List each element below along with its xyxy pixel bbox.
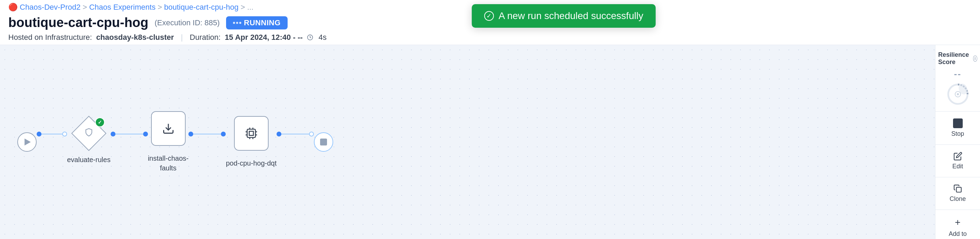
toast-message: A new run scheduled successfully <box>498 10 643 21</box>
pod-cpu-hog-node[interactable] <box>234 116 269 151</box>
evaluate-rules-label: evaluate-rules <box>67 155 111 165</box>
stop-action[interactable]: Stop <box>935 112 980 145</box>
connector-line-1a <box>41 134 62 135</box>
dot-2 <box>236 22 238 24</box>
plus-icon: + <box>955 217 960 228</box>
clock-icon <box>307 34 313 40</box>
connector-dot-4a <box>277 132 282 136</box>
svg-rect-3 <box>249 131 253 135</box>
pod-cpu-hog-container: pod-cpu-hog-dqt <box>226 116 277 168</box>
duration-label: Duration: <box>190 33 221 42</box>
breadcrumb-item-org[interactable]: Chaos-Dev-Prod2 <box>20 3 81 12</box>
resilience-score-header: Resilience Score i <box>938 51 977 66</box>
resilience-chart <box>946 82 970 106</box>
install-chaos-faults-label: install-chaos-faults <box>148 154 189 173</box>
evaluate-rules-container: ✓ evaluate-rules <box>67 120 111 165</box>
connector-dot-2a <box>111 132 115 136</box>
install-chaos-faults-node[interactable] <box>151 111 186 146</box>
svg-rect-2 <box>247 129 255 138</box>
connector-2 <box>111 132 148 136</box>
running-dots <box>233 22 241 24</box>
svg-point-15 <box>957 93 959 95</box>
connector-line-3a <box>193 134 221 135</box>
breadcrumb-item-experiment[interactable]: boutique-cart-cpu-hog <box>164 3 239 12</box>
resilience-score-panel: Resilience Score i -- <box>935 45 980 112</box>
stop-icon <box>953 119 963 128</box>
breadcrumb-sep-3: > <box>240 3 245 12</box>
clone-action[interactable]: Clone <box>935 177 980 210</box>
breadcrumb-item-more: ... <box>247 3 253 12</box>
connector-3 <box>188 132 226 136</box>
toast-check-icon: ✓ <box>484 11 494 21</box>
svg-rect-16 <box>956 188 961 192</box>
hosted-label: Hosted on Infrastructure: <box>8 33 92 42</box>
main-area: ✓ evaluate-rules install- <box>0 45 980 239</box>
edit-icon <box>953 152 963 161</box>
brand-icon: 🔴 <box>8 3 18 12</box>
start-node[interactable] <box>17 132 37 152</box>
connector-dot-3a <box>188 132 193 136</box>
workflow-canvas[interactable]: ✓ evaluate-rules install- <box>0 45 935 239</box>
connector-dot-4b <box>309 132 314 136</box>
connector-line-4a <box>282 134 309 135</box>
start-node-container <box>17 132 37 152</box>
connector-dot-3b <box>221 132 226 136</box>
edit-label: Edit <box>952 163 963 170</box>
workflow: ✓ evaluate-rules install- <box>17 111 333 173</box>
add-chaos-hub-label: Add toChaosHub <box>943 230 972 239</box>
pod-cpu-hog-label: pod-cpu-hog-dqt <box>226 158 277 168</box>
connector-4 <box>277 132 314 136</box>
play-icon <box>25 138 31 146</box>
connector-line-2a <box>115 134 143 135</box>
breadcrumb-sep-1: > <box>83 3 87 12</box>
clone-icon <box>953 184 963 193</box>
right-sidebar: Resilience Score i -- <box>935 45 980 239</box>
connector-dot-2b <box>143 132 148 136</box>
resilience-score-value: -- <box>954 69 961 79</box>
stop-label: Stop <box>951 130 964 138</box>
completed-badge: ✓ <box>95 117 105 127</box>
breadcrumb-sep-2: > <box>158 3 162 12</box>
execution-id: (Execution ID: 885) <box>154 18 220 27</box>
add-chaos-hub-action[interactable]: + Add toChaosHub <box>940 210 976 239</box>
shield-icon <box>84 128 93 139</box>
infrastructure-value: chaosday-k8s-cluster <box>96 33 174 42</box>
info-icon[interactable]: i <box>973 55 978 62</box>
end-square-icon <box>320 138 327 146</box>
duration-value: 15 Apr 2024, 12:40 - -- <box>225 33 302 42</box>
connector-1 <box>37 132 67 136</box>
cpu-icon <box>245 127 258 140</box>
breadcrumb-item-experiments[interactable]: Chaos Experiments <box>89 3 156 12</box>
top-bar: ✓ A new run scheduled successfully 🔴 Cha… <box>0 0 980 45</box>
end-node-container <box>314 132 333 152</box>
evaluate-rules-node[interactable]: ✓ <box>75 120 103 147</box>
resilience-score-title: Resilience Score <box>938 51 971 66</box>
clone-label: Clone <box>950 196 966 203</box>
elapsed-value: 4s <box>319 33 327 42</box>
dot-3 <box>239 22 241 24</box>
meta-separator: | <box>181 33 183 42</box>
install-chaos-faults-container: install-chaos-faults <box>148 111 189 173</box>
success-toast: ✓ A new run scheduled successfully <box>471 4 656 28</box>
status-label: RUNNING <box>244 18 281 27</box>
edit-action[interactable]: Edit <box>935 145 980 177</box>
connector-dot-1b <box>62 132 67 136</box>
meta-row: Hosted on Infrastructure: chaosday-k8s-c… <box>8 33 972 42</box>
connector-dot-1a <box>37 132 41 136</box>
dot-1 <box>233 22 235 24</box>
download-icon <box>162 122 175 135</box>
status-badge: RUNNING <box>226 16 288 29</box>
end-node[interactable] <box>314 132 333 152</box>
page-title: boutique-cart-cpu-hog <box>8 15 148 30</box>
